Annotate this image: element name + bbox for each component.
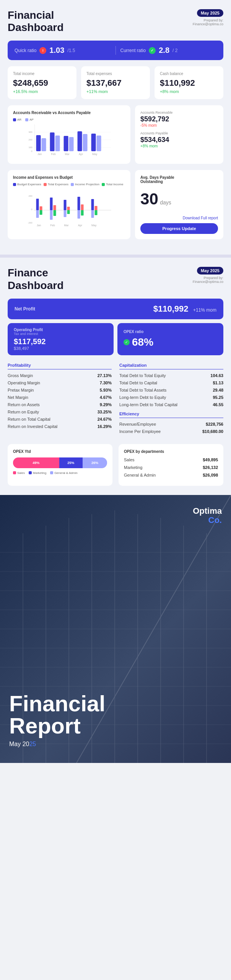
ratio-divider <box>116 46 116 55</box>
inc-emp-row: Income Per Employee $10,680.00 <box>119 429 223 434</box>
bottom-text: FinancialReport May 2025 <box>9 693 105 748</box>
net-profit-values: $110,992 +11% mom <box>153 304 216 314</box>
pretax-row: Pretax Margin 5.93% <box>8 388 112 392</box>
cap-title: Capitalization <box>119 363 223 369</box>
dept-marketing-name: Marketing <box>124 465 142 470</box>
svg-text:100: 100 <box>29 146 33 149</box>
metric-cash: Cash balance $110,992 +8% mom <box>155 66 223 99</box>
page2-header-right: May 2025 Prepared by:Finance@optima.co <box>193 267 223 284</box>
op-opex-row: Operating Profit Tax and interest $117,5… <box>8 323 223 355</box>
legend-ar: AR <box>13 118 21 121</box>
ar-ap-chart-title: Accounts Receivable vs Accounts Payable <box>13 111 125 115</box>
legend-ap-dot <box>25 118 28 121</box>
download-link[interactable]: Download Full report <box>140 216 218 220</box>
quick-ratio-icon: ! <box>39 47 46 54</box>
opex-bar: 49% 25% 26% <box>13 457 107 468</box>
efficiency-title: Efficiency <box>119 412 223 418</box>
op-sublabel: Tax and interest <box>14 332 107 336</box>
op-sub-value: $38,497 <box>14 346 107 351</box>
dept-sales-val: $49,895 <box>203 457 218 462</box>
net-margin-key: Net Margin <box>8 395 28 400</box>
svg-rect-46 <box>95 210 98 215</box>
svg-rect-43 <box>91 199 94 210</box>
svg-rect-33 <box>50 210 53 220</box>
net-profit-bar: Net Profit $110,992 +11% mom <box>8 299 223 319</box>
tdta-row: Total Debt to Total Assets 29.48 <box>119 388 223 392</box>
cash-change: +8% mom <box>160 89 218 94</box>
page2-prepared-by: Prepared by:Finance@optima.co <box>193 276 223 284</box>
svg-rect-29 <box>36 210 39 218</box>
expenses-label: Total expenses <box>86 72 145 76</box>
page-title: FinancialDashboard <box>8 9 63 34</box>
ap-label: Accounts Payable <box>140 131 218 135</box>
roe-row: Return on Equity 33.25% <box>8 410 112 414</box>
svg-text:200: 200 <box>29 195 33 197</box>
svg-rect-17 <box>97 136 101 151</box>
dept-marketing: Marketing $26,132 <box>124 465 218 470</box>
ltde-val: 95.25 <box>213 395 223 400</box>
svg-text:Apr: Apr <box>78 224 83 227</box>
svg-rect-37 <box>64 210 67 217</box>
legend-ar-dot <box>13 118 16 121</box>
op-label: Operating Profit <box>14 328 107 332</box>
net-profit-value: $110,992 <box>153 304 189 314</box>
inc-emp-key: Income Per Employee <box>119 429 161 434</box>
page2: FinanceDashboard May 2025 Prepared by:Fi… <box>0 255 231 495</box>
ar-values-card: Accounts Receivable $592,792 -5% mom Acc… <box>135 105 223 164</box>
legend-total-exp: Total Expenses <box>44 183 68 186</box>
gross-margin-val: 27.13% <box>98 373 112 378</box>
capitalization-col: Capitalization Total Debt to Total Equit… <box>119 363 223 436</box>
avg-days-label: Avg. Days PayableOutstanding <box>140 175 218 184</box>
tdte-val: 104.63 <box>210 373 223 378</box>
legend-be-label: Budget Expenses <box>17 183 41 186</box>
gross-margin-row: Gross Margin 27.13% <box>8 373 112 378</box>
net-margin-row: Net Margin 4.67% <box>8 395 112 400</box>
svg-text:Jan: Jan <box>37 153 42 155</box>
roa-val: 9.29% <box>100 402 112 407</box>
ar-ap-chart-card: Accounts Receivable vs Accounts Payable … <box>8 105 130 164</box>
metric-expenses: Total expenses $137,667 +11% mom <box>81 66 150 99</box>
opex-legend-sales: Sales <box>13 471 25 475</box>
svg-rect-35 <box>64 200 67 210</box>
budget-row: Income and Expenses vs Budget Budget Exp… <box>8 170 223 239</box>
page2-title: FinanceDashboard <box>8 267 63 291</box>
svg-rect-13 <box>69 137 74 151</box>
opex-ratio-card: OPEX ratio ✓ 68% <box>117 323 223 355</box>
opex-icon: ✓ <box>124 339 130 345</box>
budget-svg: 200 0 -200 <box>13 189 125 227</box>
op-margin-row: Operating Margin 7.30% <box>8 381 112 385</box>
progress-update-button[interactable]: Progress Update <box>140 223 218 234</box>
ar-ap-svg: 300 200 100 0 Jan <box>13 124 125 157</box>
legend-ap: AP <box>25 118 34 121</box>
opex-legend: Sales Marketing General & Admin <box>13 471 107 475</box>
budget-chart-title: Income and Expenses vs Budget <box>13 175 125 180</box>
opex-ytd-title: OPEX Ytd <box>13 449 107 454</box>
svg-rect-8 <box>36 135 41 151</box>
svg-rect-40 <box>81 204 84 210</box>
page3: OptimaCo. FinancialReport May 2025 <box>0 495 231 763</box>
svg-text:May: May <box>91 224 97 227</box>
opex-legend-marketing: Marketing <box>29 471 46 475</box>
svg-rect-28 <box>40 206 42 210</box>
legend-ap-label: AP <box>29 118 34 121</box>
header-right: May 2025 Prepared by:Finance@optima.co <box>193 9 223 26</box>
cash-value: $110,992 <box>160 78 218 88</box>
legend-ip-label: Income Projection <box>75 183 99 186</box>
op-value: $117,592 <box>14 337 107 346</box>
rev-emp-row: Revenue/Employee $228,756 <box>119 422 223 426</box>
svg-rect-32 <box>54 205 56 210</box>
legend-ip-dot <box>71 183 74 186</box>
legend-budget-exp: Budget Expenses <box>13 183 41 186</box>
svg-rect-12 <box>64 136 68 151</box>
roe-val: 33.25% <box>98 410 112 414</box>
svg-rect-9 <box>42 138 46 151</box>
opex-sales-dot <box>13 471 16 474</box>
avg-days-unit: days <box>160 199 171 206</box>
svg-rect-36 <box>67 207 70 210</box>
dept-marketing-val: $26,132 <box>203 465 218 470</box>
svg-rect-42 <box>81 210 84 216</box>
legend-total-inc: Total Income <box>102 183 123 186</box>
current-ratio-value: 2.8 <box>159 46 169 55</box>
svg-rect-45 <box>91 210 94 218</box>
svg-text:Mar: Mar <box>65 153 70 155</box>
